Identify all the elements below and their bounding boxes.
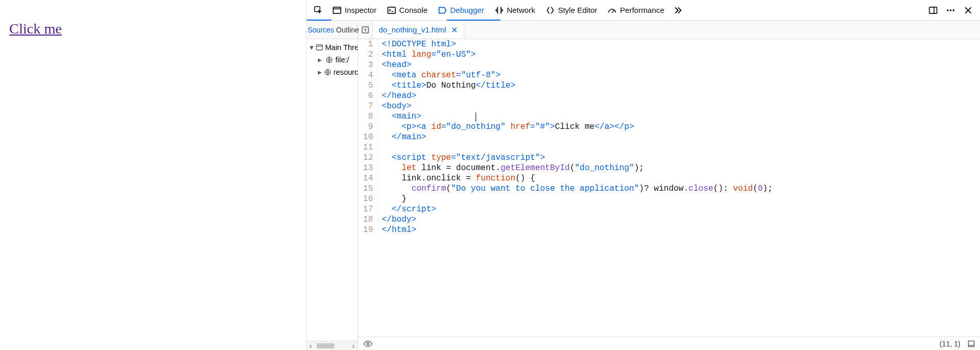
tab-console[interactable]: Console: [382, 0, 433, 21]
code-line[interactable]: 7<body>: [358, 101, 980, 111]
code-line[interactable]: 3<head>: [358, 60, 980, 70]
inspector-icon: [332, 6, 342, 15]
devtools-menu-button[interactable]: [942, 2, 959, 19]
code-content[interactable]: <p><a id="do_nothing" href="#">Click me<…: [378, 122, 634, 132]
scroll-thumb[interactable]: [317, 343, 334, 348]
sources-tab[interactable]: Sources: [307, 26, 335, 34]
line-number[interactable]: 3: [358, 60, 378, 70]
line-number[interactable]: 16: [358, 194, 378, 204]
line-number[interactable]: 15: [358, 184, 378, 194]
page-preview: Click me: [0, 0, 307, 350]
code-content[interactable]: link.onclick = function() {: [378, 173, 535, 184]
collapse-sidebar-button[interactable]: [358, 21, 373, 39]
globe-icon: [324, 68, 331, 76]
code-line[interactable]: 16 }: [358, 194, 980, 204]
line-number[interactable]: 12: [358, 153, 378, 163]
line-number[interactable]: 8: [358, 111, 378, 122]
tab-console-label: Console: [399, 6, 428, 14]
map-icon[interactable]: [968, 340, 975, 347]
code-content[interactable]: </html>: [378, 225, 416, 235]
code-line[interactable]: 5 <title>Do Nothing</title>: [358, 80, 980, 91]
line-number[interactable]: 7: [358, 101, 378, 111]
console-icon: [387, 6, 396, 15]
tree-resource-origin[interactable]: ▸ resource: [307, 66, 358, 78]
svg-rect-16: [969, 341, 974, 346]
svg-point-15: [367, 343, 369, 345]
file-tab-close-button[interactable]: [451, 27, 458, 33]
code-content[interactable]: </script>: [378, 204, 436, 214]
code-line[interactable]: 19</html>: [358, 225, 980, 235]
code-line[interactable]: 8 <main>: [358, 111, 980, 122]
code-content[interactable]: </body>: [378, 214, 416, 225]
overflow-tabs-button[interactable]: [669, 2, 687, 19]
code-line[interactable]: 18</body>: [358, 214, 980, 225]
scroll-right-icon[interactable]: ›: [349, 342, 358, 350]
code-content[interactable]: <title>Do Nothing</title>: [378, 80, 515, 91]
element-picker-button[interactable]: [310, 2, 327, 19]
code-content[interactable]: <script type="text/javascript">: [378, 153, 545, 163]
line-number[interactable]: 14: [358, 173, 378, 184]
globe-icon: [325, 56, 333, 64]
svg-point-8: [950, 9, 952, 11]
code-line[interactable]: 9 <p><a id="do_nothing" href="#">Click m…: [358, 122, 980, 132]
line-number[interactable]: 18: [358, 214, 378, 225]
line-number[interactable]: 5: [358, 80, 378, 91]
tree-file-label: file:/: [335, 56, 349, 64]
line-number[interactable]: 4: [358, 70, 378, 80]
code-line[interactable]: 10 </main>: [358, 132, 980, 142]
tree-h-scrollbar[interactable]: ‹ ›: [307, 341, 358, 350]
outline-tab[interactable]: Outline: [335, 26, 360, 34]
code-line[interactable]: 4 <meta charset="utf-8">: [358, 70, 980, 80]
code-line[interactable]: 2<html lang="en-US">: [358, 49, 980, 60]
tab-debugger[interactable]: Debugger: [433, 0, 489, 21]
code-content[interactable]: <meta charset="utf-8">: [378, 70, 500, 80]
click-me-link[interactable]: Click me: [9, 21, 62, 37]
tab-network[interactable]: Network: [489, 0, 540, 21]
code-line[interactable]: 6</head>: [358, 91, 980, 101]
line-number[interactable]: 2: [358, 49, 378, 60]
code-content[interactable]: }: [378, 194, 407, 204]
code-line[interactable]: 15 confirm("Do you want to close the app…: [358, 184, 980, 194]
line-number[interactable]: 11: [358, 142, 378, 153]
code-content[interactable]: <html lang="en-US">: [378, 49, 476, 60]
tab-style-editor[interactable]: Style Editor: [540, 0, 603, 21]
sources-sidebar-tabs: Sources Outline: [307, 21, 358, 39]
pointer-icon: [314, 6, 323, 15]
code-content[interactable]: let link = document.getElementById("do_n…: [378, 163, 644, 173]
line-number[interactable]: 9: [358, 122, 378, 132]
line-number[interactable]: 10: [358, 132, 378, 142]
line-number[interactable]: 17: [358, 204, 378, 214]
code-content[interactable]: <!DOCTYPE html>: [378, 39, 456, 49]
scroll-left-icon[interactable]: ‹: [307, 342, 315, 350]
code-line[interactable]: 13 let link = document.getElementById("d…: [358, 163, 980, 173]
code-content[interactable]: <head>: [378, 60, 412, 70]
line-number[interactable]: 19: [358, 225, 378, 235]
code-content[interactable]: </main>: [378, 132, 426, 142]
devtools-close-button[interactable]: [959, 2, 977, 19]
code-line[interactable]: 1<!DOCTYPE html>: [358, 39, 980, 49]
code-content[interactable]: confirm("Do you want to close the applic…: [378, 184, 773, 194]
dock-side-button[interactable]: [924, 2, 942, 19]
line-number[interactable]: 1: [358, 39, 378, 49]
code-content[interactable]: [378, 142, 382, 153]
tree-file-origin[interactable]: ▸ file:/: [307, 54, 358, 66]
code-line[interactable]: 12 <script type="text/javascript">: [358, 153, 980, 163]
svg-rect-5: [930, 7, 937, 13]
code-content[interactable]: </head>: [378, 91, 416, 101]
watch-icon[interactable]: [363, 341, 373, 347]
source-file-tab[interactable]: do_nothing_v1.html: [373, 21, 464, 39]
code-area[interactable]: 1<!DOCTYPE html>2<html lang="en-US">3<he…: [358, 39, 980, 337]
tab-performance-label: Performance: [620, 6, 664, 14]
code-line[interactable]: 11: [358, 142, 980, 153]
code-line[interactable]: 14 link.onclick = function() {: [358, 173, 980, 184]
code-content[interactable]: <main>: [378, 111, 421, 122]
tab-inspector[interactable]: Inspector: [327, 0, 382, 21]
tab-performance[interactable]: Performance: [602, 0, 669, 21]
line-number[interactable]: 6: [358, 91, 378, 101]
devtools-panel: Inspector Console Debugger Network Style…: [307, 0, 980, 350]
cursor-position: (11, 1): [940, 340, 960, 348]
line-number[interactable]: 13: [358, 163, 378, 173]
code-line[interactable]: 17 </script>: [358, 204, 980, 214]
code-content[interactable]: <body>: [378, 101, 412, 111]
tree-main-thread[interactable]: ▾ Main Thread: [307, 41, 358, 54]
